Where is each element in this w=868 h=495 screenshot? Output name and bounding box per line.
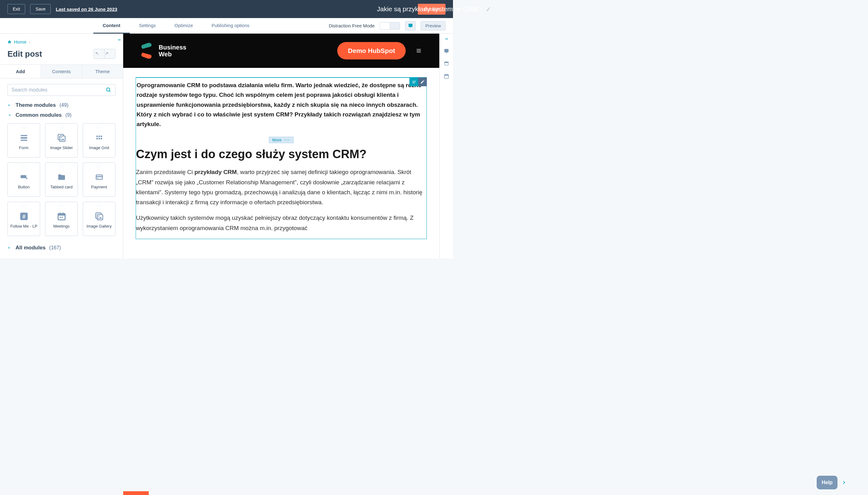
menu-icon[interactable] bbox=[415, 48, 423, 54]
undo-button[interactable] bbox=[94, 49, 105, 58]
module-tabbed-card[interactable]: :::::: Tabbed card bbox=[45, 163, 78, 197]
search-input[interactable] bbox=[12, 87, 106, 93]
intro-paragraph[interactable]: Oprogramowanie CRM to podstawa działania… bbox=[136, 80, 427, 135]
grip-icon: :::::: bbox=[58, 165, 65, 168]
module-image-gallery[interactable]: :::::: Image Gallery bbox=[83, 202, 116, 236]
expand-rail-icon[interactable] bbox=[444, 37, 449, 41]
sidebar-tab-add[interactable]: Add bbox=[0, 65, 41, 78]
tab-settings[interactable]: Settings bbox=[130, 18, 165, 34]
paragraph-2[interactable]: Użytkownicy takich systemów mogą uzyskać… bbox=[136, 213, 427, 239]
credit-card-icon bbox=[94, 170, 104, 184]
breadcrumb-home[interactable]: Home bbox=[14, 39, 26, 45]
tab-publishing-options[interactable]: Publishing options bbox=[202, 18, 259, 34]
all-modules-count: (167) bbox=[49, 245, 61, 251]
section-all-modules[interactable]: All modules (167) bbox=[0, 242, 123, 253]
module-label: Tabbed card bbox=[50, 185, 73, 189]
svg-point-0 bbox=[106, 88, 110, 91]
search-icon[interactable] bbox=[106, 87, 111, 93]
svg-rect-35 bbox=[444, 75, 449, 76]
edit-post-heading: Edit post bbox=[7, 49, 42, 59]
svg-rect-33 bbox=[445, 62, 448, 63]
all-modules-label: All modules bbox=[16, 245, 46, 251]
preview-button[interactable]: Preview bbox=[421, 21, 445, 31]
paragraph-1[interactable]: Zanim przedstawię Ci przykłady CRM, wart… bbox=[136, 167, 427, 213]
distraction-free-toggle[interactable] bbox=[379, 22, 400, 30]
svg-rect-11 bbox=[96, 138, 98, 139]
hashtag-icon: # bbox=[19, 209, 29, 223]
module-follow-me[interactable]: :::::: # Follow Me - LP bbox=[7, 202, 40, 236]
chevron-right-icon bbox=[7, 103, 12, 107]
theme-modules-count: (49) bbox=[59, 102, 68, 108]
svg-rect-25 bbox=[61, 217, 63, 218]
last-saved-link[interactable]: Last saved on 26 June 2023 bbox=[56, 6, 117, 12]
content-block[interactable]: Oprogramowanie CRM to podstawa działania… bbox=[136, 77, 427, 239]
svg-rect-22 bbox=[59, 212, 60, 214]
module-form[interactable]: :::::: Form bbox=[7, 123, 40, 157]
edit-tool-icon[interactable] bbox=[418, 78, 427, 86]
comments-button[interactable] bbox=[405, 21, 415, 31]
exit-button[interactable]: Exit bbox=[7, 4, 25, 14]
chevron-down-icon bbox=[7, 114, 12, 117]
svg-rect-24 bbox=[59, 217, 61, 218]
home-icon[interactable] bbox=[7, 40, 12, 44]
svg-rect-10 bbox=[101, 135, 102, 137]
image-gallery-icon bbox=[94, 209, 104, 223]
svg-rect-27 bbox=[97, 214, 103, 220]
module-label: Meetings bbox=[53, 224, 70, 228]
section-common-modules[interactable]: Common modules (9) bbox=[0, 110, 123, 120]
sidebar-tab-contents[interactable]: Contents bbox=[41, 65, 82, 78]
style-tool-icon[interactable] bbox=[409, 78, 418, 86]
undo-redo-group bbox=[94, 49, 116, 59]
modules-grid: :::::: Form :::::: Image Slider :::::: I… bbox=[0, 120, 123, 242]
sidebar-tab-theme[interactable]: Theme bbox=[82, 65, 123, 78]
svg-rect-14 bbox=[20, 175, 26, 178]
page-title: Jakie są przykłady systemów CRM? bbox=[377, 5, 453, 13]
svg-rect-8 bbox=[96, 135, 98, 137]
svg-line-1 bbox=[109, 90, 110, 92]
module-label: Payment bbox=[91, 185, 107, 189]
sidebar: Home › Edit post Add Contents Theme bbox=[0, 34, 123, 258]
button-icon bbox=[19, 170, 29, 184]
page-preview: Business Web Demo HubSpot bbox=[123, 34, 439, 258]
module-label: Button bbox=[18, 185, 30, 189]
module-image-grid[interactable]: :::::: Image Grid bbox=[83, 123, 116, 157]
svg-rect-6 bbox=[59, 136, 65, 141]
window-icon[interactable] bbox=[444, 61, 449, 66]
calendar-rail-icon[interactable] bbox=[444, 73, 449, 79]
sidebar-tabs: Add Contents Theme bbox=[0, 65, 123, 79]
grip-icon: :::::: bbox=[20, 125, 27, 129]
top-bar: Exit Save Last saved on 26 June 2023 Jak… bbox=[0, 0, 453, 18]
svg-rect-36 bbox=[445, 74, 446, 75]
tab-content[interactable]: Content bbox=[93, 18, 130, 34]
module-meetings[interactable]: :::::: Meetings bbox=[45, 202, 78, 236]
module-label: Image Grid bbox=[89, 146, 109, 150]
save-button[interactable]: Save bbox=[30, 4, 51, 14]
form-icon bbox=[19, 131, 29, 145]
demo-button[interactable]: Demo HubSpot bbox=[337, 42, 406, 59]
common-modules-count: (9) bbox=[65, 113, 72, 118]
module-label: Image Gallery bbox=[87, 224, 112, 228]
search-wrap bbox=[0, 79, 123, 100]
logo-mark-icon bbox=[140, 42, 154, 59]
canvas: Business Web Demo HubSpot bbox=[123, 34, 439, 258]
svg-point-7 bbox=[60, 137, 61, 138]
editor-tabs: Content Settings Optimize Publishing opt… bbox=[0, 18, 453, 34]
collapse-sidebar-icon[interactable] bbox=[116, 36, 123, 44]
svg-point-28 bbox=[98, 215, 99, 216]
heading-2[interactable]: Czym jest i do czego służy system CRM? bbox=[136, 145, 427, 168]
breadcrumb: Home › bbox=[0, 34, 123, 48]
more-button[interactable]: More••• bbox=[269, 137, 294, 143]
common-modules-label: Common modules bbox=[16, 112, 61, 118]
module-button[interactable]: :::::: Button bbox=[7, 163, 40, 197]
redo-button[interactable] bbox=[105, 49, 115, 58]
module-image-slider[interactable]: :::::: Image Slider bbox=[45, 123, 78, 157]
logo[interactable]: Business Web bbox=[140, 42, 187, 59]
section-theme-modules[interactable]: Theme modules (49) bbox=[0, 100, 123, 110]
site-header: Business Web Demo HubSpot bbox=[123, 34, 439, 68]
grip-icon: :::::: bbox=[96, 165, 102, 168]
module-payment[interactable]: :::::: Payment bbox=[83, 163, 116, 197]
tab-optimize[interactable]: Optimize bbox=[165, 18, 202, 34]
chat-icon[interactable] bbox=[444, 49, 449, 54]
main-area: Home › Edit post Add Contents Theme bbox=[0, 34, 453, 258]
grip-icon: :::::: bbox=[96, 125, 102, 129]
